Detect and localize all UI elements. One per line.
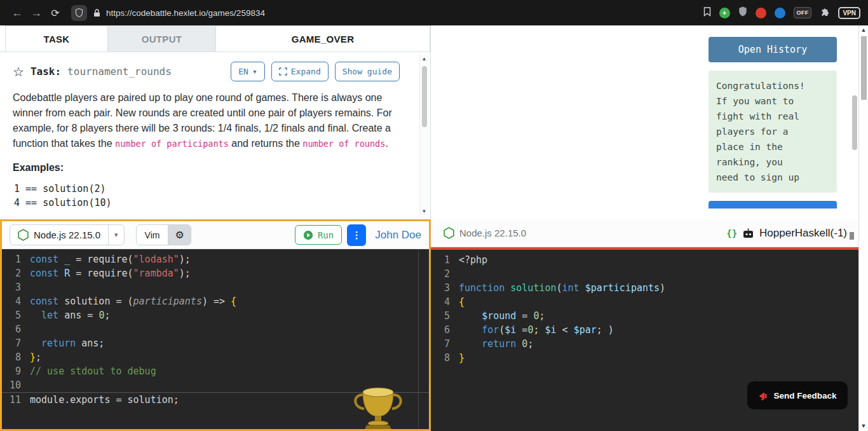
line-number: 4 [431,295,459,309]
code-line: 4{ [431,295,858,309]
lock-icon[interactable] [93,9,100,17]
signup-button-clipped[interactable] [709,201,837,209]
tab-game-over[interactable]: GAME_OVER [216,25,430,51]
line-number: 1 [2,252,30,266]
extensions-puzzle-icon[interactable] [820,6,830,19]
code-braces-icon: {} [726,228,737,238]
code-line: 1const _ = require("lodash"); [2,252,429,266]
codebattle-app: ← → ⟳ https://codebattle.hexlet.io/games… [0,0,868,431]
chevron-down-icon: ▾ [108,225,124,245]
tab-task[interactable]: TASK [5,25,108,51]
line-number: 10 [2,378,30,392]
editor-settings-gear-icon[interactable]: ⚙ [168,225,190,245]
language-picker[interactable]: Node.js 22.15.0 ▾ [10,224,125,245]
task-panel: TASK OUTPUT GAME_OVER ☆ Task: tournament… [0,25,431,219]
code-line: 3 [2,280,429,294]
favorite-star-icon[interactable]: ☆ [13,64,24,79]
line-number: 5 [431,309,459,323]
editor-mode-group: Vim ⚙ [136,224,191,245]
vpn-extension-badge[interactable]: VPN [838,7,860,19]
code-line: 8} [431,351,858,365]
example-line: 1 == solution(2) [14,182,417,196]
game-sidebar: Open History Congratulations! If you wan… [709,37,837,209]
extension-adblock-icon[interactable]: + [719,8,730,18]
player-name[interactable]: John Doe [375,229,421,242]
editor-menu-button[interactable]: ⋮ [347,224,366,246]
example-line: 4 == solution(10) [14,196,417,210]
extension-off-badge[interactable]: OFF [794,7,812,18]
pane-scrollbar-thumb[interactable] [852,95,857,150]
show-guide-label: Show guide [342,67,392,76]
show-guide-button[interactable]: Show guide [335,62,400,81]
expand-label: Expand [291,67,321,76]
window-scrollbar-thumb[interactable] [861,36,867,100]
browser-actions: + OFF VPN [703,6,860,19]
run-button[interactable]: Run [295,225,342,245]
inline-code: number of participants [115,139,229,149]
run-label: Run [318,230,334,240]
code-line: 3function solution(int $participants) [431,281,858,295]
code-line: 5 let ans = 0; [2,308,429,322]
task-scrollbar-thumb[interactable] [422,66,427,127]
site-shield-icon[interactable] [71,5,87,21]
task-scrollbar[interactable]: ▲ ▼ [419,55,428,216]
opponent-language-label: Node.js 22.15.0 [459,228,526,238]
line-number: 1 [431,253,459,267]
language-select-button[interactable]: EN ▾ [231,62,264,81]
tab-output[interactable]: OUTPUT [108,25,216,51]
scroll-down-arrow-icon[interactable]: ▼ [861,421,867,431]
tab-bar: TASK OUTPUT GAME_OVER [0,25,430,52]
line-number: 11 [2,393,30,406]
code-line: 7 return ans; [2,336,429,350]
line-number: 8 [2,350,30,364]
code-line: 2const R = require("rambda"); [2,266,429,280]
opponent-language: Node.js 22.15.0 [438,227,526,239]
opponent-name: HopperHaskell(-1) [759,227,847,240]
scroll-up-arrow-icon[interactable]: ▲ [861,25,867,35]
player-editor: Node.js 22.15.0 ▾ Vim ⚙ Run ⋮ John Doe 1… [0,219,431,431]
scroll-down-arrow-icon[interactable]: ▼ [422,207,427,216]
bookmark-icon[interactable] [703,7,711,19]
code-line: 2 [431,267,858,281]
congratulations-box: Congratulations! If you want to fight wi… [709,71,837,193]
expand-button[interactable]: Expand [271,62,329,81]
extension-shield-icon[interactable] [738,6,747,19]
code-line: 6 for($i =0; $i < $par; ) [431,323,858,337]
open-history-button[interactable]: Open History [709,37,837,62]
send-feedback-button[interactable]: Send Feedback [747,381,848,409]
send-feedback-label: Send Feedback [773,391,836,400]
url-text[interactable]: https://codebattle.hexlet.io/games/25983… [106,8,696,18]
language-select-label: EN [238,67,248,76]
feedback-icon [758,390,768,400]
task-actions: EN ▾ Expand Show guide [231,62,417,81]
extension-red-icon[interactable] [756,8,766,18]
line-number: 7 [2,336,30,350]
code-line: 9// use stdout to debug [2,364,429,378]
window-scrollbar[interactable]: ▲ ▼ [858,25,868,431]
nodejs-icon [444,227,454,239]
forward-icon[interactable]: → [27,6,46,20]
bot-icon [742,228,754,238]
code-line: 1<?php [431,253,858,267]
code-line: 5 $round = 0; [431,309,858,323]
line-number: 2 [431,267,459,281]
play-icon [303,230,313,240]
opponent-editor-toolbar: Node.js 22.15.0 {} HopperHaskell(-1) [431,219,858,247]
reload-icon[interactable]: ⟳ [46,7,65,19]
line-number: 6 [431,323,459,337]
trophy-image [346,383,410,431]
expand-icon [279,67,287,76]
scroll-up-arrow-icon[interactable]: ▲ [422,55,427,63]
language-picker-label: Node.js 22.15.0 [34,229,100,240]
task-header: ☆ Task: tournament_rounds EN ▾ Expand Sh… [13,62,417,81]
vim-mode-button[interactable]: Vim [137,225,168,245]
back-icon[interactable]: ← [8,6,27,20]
editors-area: Node.js 22.15.0 ▾ Vim ⚙ Run ⋮ John Doe 1… [0,219,858,431]
opponent-info: {} HopperHaskell(-1) [726,227,851,240]
inline-code: number of rounds [302,139,385,149]
extension-blue-icon[interactable] [775,8,785,18]
line-number: 7 [431,337,459,351]
opponent-editor-scrollbar-thumb[interactable] [850,232,854,240]
line-number: 3 [431,281,459,295]
line-number: 3 [2,280,30,294]
